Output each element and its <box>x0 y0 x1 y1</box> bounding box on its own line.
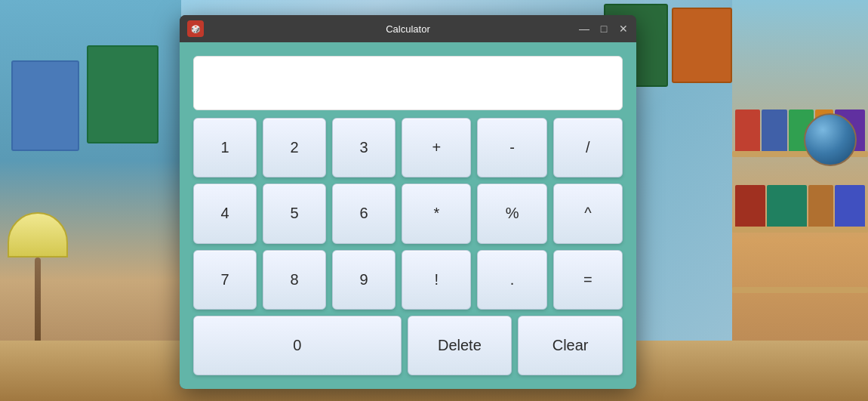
app-icon-symbol: 🎲 <box>191 25 200 33</box>
button-row-2: 4 5 6 * % ^ <box>193 184 623 243</box>
btn-delete[interactable]: Delete <box>408 316 512 375</box>
btn-equals[interactable]: = <box>553 250 623 310</box>
shelf-3 <box>732 287 868 293</box>
button-grid: 1 2 3 + - / 4 5 6 * % ^ 7 8 9 ! <box>193 118 623 375</box>
btn-clear[interactable]: Clear <box>518 316 623 375</box>
btn-9[interactable]: 9 <box>332 250 396 310</box>
btn-4[interactable]: 4 <box>193 184 257 243</box>
btn-2[interactable]: 2 <box>263 118 326 177</box>
btn-3[interactable]: 3 <box>332 118 396 177</box>
btn-6[interactable]: 6 <box>332 184 396 243</box>
shelf-2 <box>732 227 868 233</box>
button-row-1: 1 2 3 + - / <box>193 118 623 177</box>
poster-left-1 <box>11 60 79 151</box>
lamp-shade <box>8 212 68 258</box>
lamp-body <box>35 258 41 348</box>
calculator-body: 1 2 3 + - / 4 5 6 * % ^ 7 8 9 ! <box>180 42 636 389</box>
button-row-3: 7 8 9 ! . = <box>193 250 623 310</box>
window-title: Calculator <box>386 23 430 35</box>
globe-decoration <box>804 113 857 166</box>
close-button[interactable]: ✕ <box>617 22 630 35</box>
button-row-4: 0 Delete Clear <box>193 316 623 375</box>
btn-0[interactable]: 0 <box>193 316 402 375</box>
app-icon: 🎲 <box>187 20 204 37</box>
poster-left-2 <box>87 45 159 143</box>
calculator-window: 🎲 Calculator — □ ✕ 1 2 3 + - / <box>180 15 636 389</box>
btn-divide[interactable]: / <box>553 118 623 177</box>
maximize-button[interactable]: □ <box>597 22 611 35</box>
books-2 <box>732 185 868 227</box>
btn-7[interactable]: 7 <box>193 250 257 310</box>
btn-plus[interactable]: + <box>402 118 471 177</box>
btn-multiply[interactable]: * <box>402 184 471 243</box>
window-controls: — □ ✕ <box>577 22 630 35</box>
calculator-display <box>193 56 623 110</box>
btn-factorial[interactable]: ! <box>402 250 471 310</box>
poster-right-1 <box>672 8 732 83</box>
minimize-button[interactable]: — <box>577 22 591 35</box>
btn-minus[interactable]: - <box>477 118 546 177</box>
btn-percent[interactable]: % <box>477 184 546 243</box>
btn-decimal[interactable]: . <box>477 250 546 310</box>
title-bar: 🎲 Calculator — □ ✕ <box>180 15 636 42</box>
btn-5[interactable]: 5 <box>263 184 326 243</box>
btn-1[interactable]: 1 <box>193 118 257 177</box>
btn-power[interactable]: ^ <box>553 184 623 243</box>
btn-8[interactable]: 8 <box>263 250 326 310</box>
